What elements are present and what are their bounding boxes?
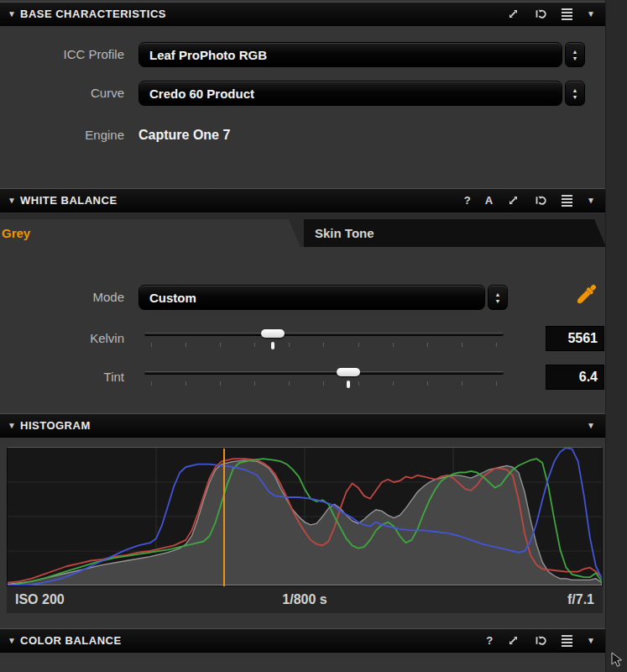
stepper-up-icon[interactable]: ▲ xyxy=(572,49,578,55)
header-icon-group: ▼ xyxy=(587,421,606,430)
kelvin-label: Kelvin xyxy=(0,326,124,351)
section-title: HISTOGRAM xyxy=(20,419,91,432)
mode-stepper[interactable]: ▲ ▼ xyxy=(488,285,508,310)
icc-profile-dropdown[interactable]: Leaf ProPhoto RGB ▲ ▼ xyxy=(138,42,585,67)
section-collapse-triangle-icon[interactable]: ▼ xyxy=(8,636,20,645)
stepper-down-icon[interactable]: ▼ xyxy=(495,298,501,304)
section-header-white-balance: ▼ WHITE BALANCE ? A ▼ xyxy=(0,188,606,212)
help-icon[interactable]: ? xyxy=(486,634,493,647)
tint-slider-track[interactable] xyxy=(144,371,504,375)
section-header-histogram: ▼ HISTOGRAM ▼ xyxy=(0,413,606,437)
engine-label: Engine xyxy=(0,123,124,148)
kelvin-slider-marker xyxy=(271,342,274,349)
icc-profile-stepper[interactable]: ▲ ▼ xyxy=(565,42,585,67)
help-icon[interactable]: ? xyxy=(464,194,471,207)
mode-label: Mode xyxy=(0,285,124,310)
white-balance-eyedropper-icon[interactable] xyxy=(570,279,600,312)
section-header-base-characteristics: ▼ BASE CHARACTERISTICS ▼ xyxy=(0,2,606,25)
capture-one-tool-panel: ▼ BASE CHARACTERISTICS ▼ ICC Profile Lea… xyxy=(0,0,627,672)
tint-value: 6.4 xyxy=(579,370,598,385)
histogram-widget: ISO 200 1/800 s f/7.1 xyxy=(7,447,603,613)
tab-grey[interactable]: Grey xyxy=(0,219,300,247)
curve-stepper[interactable]: ▲ ▼ xyxy=(565,81,585,106)
presets-menu-icon[interactable] xyxy=(562,8,572,20)
header-icon-group: ? ▼ xyxy=(486,634,606,647)
tint-slider-marker xyxy=(347,381,350,388)
tab-skin-tone-label: Skin Tone xyxy=(304,226,374,240)
section-collapse-triangle-icon[interactable]: ▼ xyxy=(8,196,20,205)
stepper-down-icon[interactable]: ▼ xyxy=(572,55,578,61)
exposure-info-bar: ISO 200 1/800 s f/7.1 xyxy=(7,586,603,613)
exposure-marker-line xyxy=(223,449,225,596)
mode-value: Custom xyxy=(149,291,196,305)
curve-dropdown-field[interactable]: Credo 60 Product xyxy=(138,81,562,106)
kelvin-value: 5561 xyxy=(567,331,598,346)
panel-right-edge xyxy=(605,0,627,672)
panel-action-triangle-icon[interactable]: ▼ xyxy=(587,421,595,430)
tint-slider-handle[interactable] xyxy=(337,368,360,376)
curve-dropdown[interactable]: Credo 60 Product ▲ ▼ xyxy=(138,81,585,106)
section-title: WHITE BALANCE xyxy=(20,194,118,207)
histogram-plot xyxy=(7,447,603,586)
tab-skin-tone[interactable]: Skin Tone xyxy=(304,219,606,247)
reset-adjustments-icon[interactable] xyxy=(534,194,547,207)
white-balance-tabs: Grey Skin Tone xyxy=(0,213,606,247)
tint-label: Tint xyxy=(0,365,124,390)
icc-profile-label: ICC Profile xyxy=(0,42,124,67)
kelvin-value-box[interactable]: 5561 xyxy=(546,326,604,351)
header-icon-group: ▼ xyxy=(507,8,606,20)
stepper-up-icon[interactable]: ▲ xyxy=(495,291,501,297)
reset-adjustments-icon[interactable] xyxy=(534,8,547,20)
section-collapse-triangle-icon[interactable]: ▼ xyxy=(8,421,20,430)
kelvin-slider[interactable] xyxy=(144,326,504,351)
tint-slider-ticks xyxy=(151,381,497,387)
tab-grey-label: Grey xyxy=(0,226,30,240)
presets-menu-icon[interactable] xyxy=(562,195,572,207)
curve-value: Credo 60 Product xyxy=(149,87,254,101)
auto-adjust-icon[interactable]: A xyxy=(485,194,493,207)
section-title: BASE CHARACTERISTICS xyxy=(20,8,166,20)
kelvin-slider-ticks xyxy=(151,343,497,349)
header-icon-group: ? A ▼ xyxy=(464,194,606,207)
curve-label: Curve xyxy=(0,81,124,106)
stepper-up-icon[interactable]: ▲ xyxy=(572,87,578,93)
panel-action-triangle-icon[interactable]: ▼ xyxy=(587,636,595,645)
tint-slider[interactable] xyxy=(144,365,504,390)
histogram-chart xyxy=(8,448,602,585)
section-title: COLOR BALANCE xyxy=(20,634,122,647)
tint-value-box[interactable]: 6.4 xyxy=(546,365,604,390)
expand-panel-icon[interactable] xyxy=(507,8,520,20)
panel-action-triangle-icon[interactable]: ▼ xyxy=(587,196,595,205)
section-header-color-balance: ▼ COLOR BALANCE ? ▼ xyxy=(0,628,606,652)
kelvin-slider-handle[interactable] xyxy=(261,329,285,338)
icc-profile-dropdown-field[interactable]: Leaf ProPhoto RGB xyxy=(138,42,562,67)
presets-menu-icon[interactable] xyxy=(562,635,572,647)
kelvin-slider-track[interactable] xyxy=(144,333,504,336)
mode-dropdown[interactable]: Custom ▲ ▼ xyxy=(138,285,508,310)
expand-panel-icon[interactable] xyxy=(507,194,520,207)
reset-adjustments-icon[interactable] xyxy=(534,634,547,647)
shutter-speed-value: 1/800 s xyxy=(7,592,603,607)
engine-value: Capture One 7 xyxy=(138,123,230,148)
icc-profile-value: Leaf ProPhoto RGB xyxy=(149,48,267,62)
mode-dropdown-field[interactable]: Custom xyxy=(138,285,485,310)
stepper-down-icon[interactable]: ▼ xyxy=(572,94,578,100)
expand-panel-icon[interactable] xyxy=(507,634,520,647)
panel-action-triangle-icon[interactable]: ▼ xyxy=(587,9,595,18)
section-collapse-triangle-icon[interactable]: ▼ xyxy=(8,9,20,18)
mouse-cursor xyxy=(611,652,624,671)
